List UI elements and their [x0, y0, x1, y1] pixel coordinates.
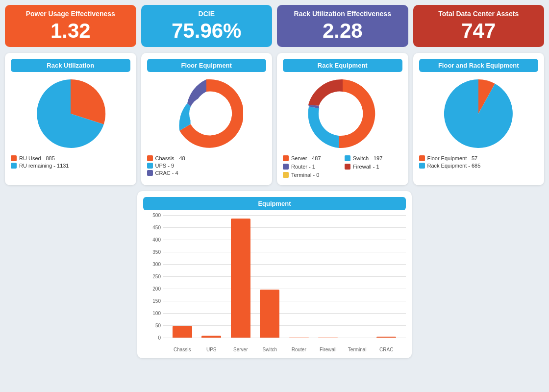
legend-rack-eq-dot: [419, 163, 425, 169]
y-label-100: 100: [143, 311, 161, 316]
x-label-router: Router: [284, 347, 314, 352]
legend-chassis-dot: [147, 155, 153, 161]
y-label-150: 150: [143, 298, 161, 304]
kpi-pue-title: Power Usage Effectiveness: [12, 10, 129, 18]
x-label-chassis: Chassis: [168, 347, 197, 352]
y-label-50: 50: [143, 323, 161, 328]
kpi-pue: Power Usage Effectiveness 1.32: [5, 5, 136, 47]
legend-ru-remaining-label: RU remaining - 1131: [19, 163, 69, 169]
legend-floor-eq: Floor Equipment - 57: [419, 155, 539, 161]
legend-ru-used-label: RU Used - 885: [19, 155, 55, 161]
floor-rack-equipment-title: Floor and Rack Equipment: [419, 59, 539, 72]
legend-router-label: Router - 1: [291, 164, 315, 170]
bar-item-chassis: [168, 326, 197, 338]
bar-item-router: [284, 338, 314, 338]
rack-equipment-legend: Server - 487 Switch - 197 Router - 1 Fir…: [283, 155, 402, 179]
legend-ups-dot: [147, 163, 153, 169]
rack-utilization-card: Rack Utilization RU Used - 885 RU remain…: [5, 53, 136, 185]
legend-crac-dot: [147, 170, 153, 176]
legend-floor-eq-dot: [419, 155, 425, 161]
bar-item-firewall: [314, 338, 343, 338]
y-label-200: 200: [143, 286, 161, 292]
legend-terminal-dot: [283, 172, 289, 178]
floor-rack-equipment-legend: Floor Equipment - 57 Rack Equipment - 68…: [419, 155, 539, 169]
bar-rect-firewall: [318, 338, 338, 338]
rack-equipment-pie: [306, 77, 379, 150]
rack-equipment-pie-container: [283, 77, 402, 150]
legend-chassis-label: Chassis - 48: [155, 155, 185, 161]
bar-item-server: [226, 219, 255, 338]
rack-equipment-title: Rack Equipment: [283, 59, 402, 72]
kpi-rue-title: Rack Utilization Effectiveness: [284, 10, 401, 18]
legend-firewall-label: Firewall - 1: [353, 164, 379, 170]
legend-firewall-dot: [345, 164, 350, 170]
y-label-500: 500: [143, 213, 161, 218]
legend-terminal-label: Terminal - 0: [291, 172, 319, 178]
bar-rect-ups: [201, 336, 221, 338]
legend-rack-eq-label: Rack Equipment - 685: [427, 163, 481, 169]
bar-rect-chassis: [173, 326, 192, 338]
legend-ups-label: UPS - 9: [155, 163, 175, 169]
bar-rect-server: [231, 219, 250, 338]
x-label-crac: CRAC: [372, 347, 401, 352]
x-label-server: Server: [226, 347, 255, 352]
y-label-400: 400: [143, 237, 161, 243]
legend-server-label: Server - 487: [291, 155, 321, 161]
legend-chassis: Chassis - 48: [147, 155, 267, 161]
legend-floor-eq-label: Floor Equipment - 57: [427, 155, 478, 161]
rack-utilization-pie-container: [11, 77, 130, 150]
kpi-row: Power Usage Effectiveness 1.32 DCIE 75.9…: [5, 5, 544, 47]
grid-line-0: [163, 338, 406, 338]
floor-rack-equipment-pie-container: [419, 77, 539, 150]
kpi-dcie: DCIE 75.96%: [141, 5, 273, 47]
kpi-assets: Total Data Center Assets 747: [413, 5, 545, 47]
legend-ru-remaining-dot: [11, 163, 17, 169]
y-label-0: 0: [143, 335, 161, 341]
legend-crac: CRAC - 4: [147, 170, 267, 176]
legend-ups: UPS - 9: [147, 163, 267, 169]
y-label-350: 350: [143, 249, 161, 255]
legend-router: Router - 1: [283, 164, 341, 170]
floor-equipment-title: Floor Equipment: [147, 59, 267, 72]
floor-equipment-legend: Chassis - 48 UPS - 9 CRAC - 4: [147, 155, 267, 176]
legend-rack-eq: Rack Equipment - 685: [419, 163, 539, 169]
x-label-firewall: Firewall: [314, 347, 343, 352]
legend-switch-dot: [345, 155, 350, 161]
legend-server-dot: [283, 155, 289, 161]
bar-rect-router: [289, 338, 309, 338]
kpi-dcie-title: DCIE: [149, 10, 265, 18]
kpi-dcie-value: 75.96%: [149, 20, 265, 42]
rack-utilization-pie: [34, 77, 107, 150]
legend-ru-remaining: RU remaining - 1131: [11, 163, 130, 169]
legend-switch-label: Switch - 197: [353, 155, 383, 161]
charts-row: Rack Utilization RU Used - 885 RU remain…: [5, 53, 544, 185]
kpi-pue-value: 1.32: [12, 20, 129, 42]
x-label-terminal: Terminal: [343, 347, 372, 352]
bar-item-ups: [197, 336, 226, 338]
rack-equipment-card: Rack Equipment Serve: [277, 53, 408, 185]
bars-group: [163, 215, 406, 338]
legend-terminal: Terminal - 0: [283, 172, 341, 178]
y-label-300: 300: [143, 262, 161, 267]
kpi-rue-value: 2.28: [284, 20, 401, 42]
x-label-ups: UPS: [197, 347, 226, 352]
bar-item-crac: [372, 337, 401, 338]
bottom-section-wrapper: Equipment 500450400350300250200150100500…: [5, 191, 544, 358]
svg-point-0: [189, 97, 224, 131]
kpi-rue: Rack Utilization Effectiveness 2.28: [277, 5, 408, 47]
rack-utilization-title: Rack Utilization: [11, 59, 130, 72]
floor-rack-equipment-pie: [442, 77, 515, 150]
svg-point-1: [325, 97, 360, 131]
kpi-assets-title: Total Data Center Assets: [421, 10, 537, 18]
equipment-bar-chart-card: Equipment 500450400350300250200150100500…: [137, 191, 412, 358]
x-label-switch: Switch: [255, 347, 285, 352]
y-label-250: 250: [143, 274, 161, 279]
legend-switch: Switch - 197: [345, 155, 402, 161]
legend-ru-used-dot: [11, 155, 17, 161]
floor-equipment-pie-container: [147, 77, 267, 150]
x-labels: ChassisUPSServerSwitchRouterFirewallTerm…: [163, 347, 406, 352]
kpi-assets-value: 747: [421, 20, 537, 42]
floor-equipment-pie: [170, 77, 243, 150]
bar-item-switch: [255, 290, 285, 338]
legend-firewall: Firewall - 1: [345, 164, 402, 170]
